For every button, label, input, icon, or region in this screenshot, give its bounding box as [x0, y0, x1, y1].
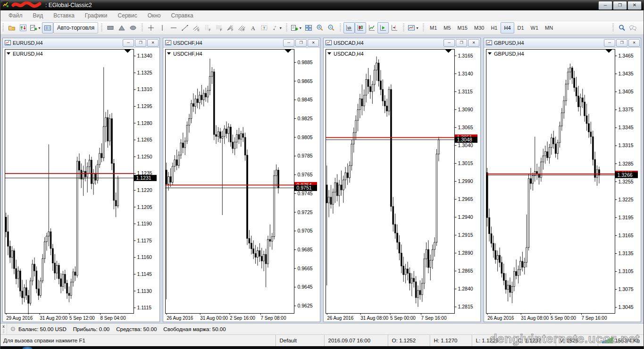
timeframe-button-mn[interactable]: MN: [542, 22, 556, 33]
new-order-icon[interactable]: ▼: [290, 22, 303, 33]
candlestick-chart-icon[interactable]: [355, 22, 366, 33]
auto-scroll-icon[interactable]: [377, 22, 389, 33]
community-icon[interactable]: [627, 22, 639, 33]
svg-text:0.9751: 0.9751: [297, 185, 312, 191]
close-button[interactable]: ✕: [627, 1, 642, 10]
price-scale-tick: 0.9625: [298, 303, 313, 308]
price-scale-tick: 1.1115: [137, 305, 152, 310]
timeframe-button-h1[interactable]: H1: [487, 22, 501, 33]
toolbar-group-search: [611, 21, 644, 34]
title-bar[interactable]: : EGlobal-Classic2 ─ ❐ ✕: [0, 0, 644, 10]
ellipse-icon[interactable]: [127, 22, 139, 33]
line-chart-icon[interactable]: [366, 22, 377, 33]
menu-item-вид[interactable]: Вид: [28, 10, 49, 21]
chart-close-button[interactable]: ✕: [308, 39, 319, 47]
mdi-area: EURUSD,H4─❐✕1.13401.13251.13101.12951.12…: [0, 35, 644, 323]
terminal-drag-handle[interactable]: [3, 330, 4, 333]
terminal-grip[interactable]: x: [0, 324, 7, 334]
arrow-objects-icon[interactable]: ▼: [270, 22, 283, 33]
price-chart[interactable]: 1.31651.31401.31151.30901.30651.30401.30…: [324, 48, 480, 322]
status-profile[interactable]: Default: [276, 335, 324, 346]
price-chart[interactable]: 1.34651.34351.34051.33751.33451.33151.32…: [484, 48, 641, 322]
crosshair-icon[interactable]: [145, 22, 157, 33]
traffic-label: 1563/4 Kb: [615, 338, 640, 343]
menu-item-сервис[interactable]: Сервис: [113, 10, 142, 21]
chart-minimize-button[interactable]: ─: [283, 39, 294, 47]
chart-restore-button[interactable]: ❐: [616, 39, 627, 47]
timeframe-button-m1[interactable]: M1: [427, 22, 440, 33]
timeframe-button-m15[interactable]: M15: [454, 22, 471, 33]
status-ohlcv: O: 1.1252H: 1.1270L: 1.1229C: 1.1237V: 1…: [388, 335, 598, 346]
terminal-toggle-icon[interactable]: [42, 22, 53, 33]
fibo-grid-icon[interactable]: F: [213, 22, 225, 33]
price-scale-tick: 1.3075: [619, 286, 634, 292]
svg-text:1.3266: 1.3266: [618, 172, 633, 178]
time-axis-label: 7 Sep 16:00: [421, 316, 447, 321]
trendline-icon[interactable]: [179, 22, 191, 33]
chart-window-icon: [486, 40, 492, 46]
horizontal-line-icon[interactable]: [168, 22, 179, 33]
timeframe-button-w1[interactable]: W1: [527, 22, 542, 33]
text-icon[interactable]: A: [247, 22, 259, 33]
tile-windows-icon[interactable]: [303, 22, 314, 33]
triangle-icon[interactable]: [116, 22, 127, 33]
timeframe-button-m30[interactable]: M30: [471, 22, 487, 33]
symbols-icon[interactable]: [17, 22, 29, 33]
time-axis-label: 7 Sep 16:00: [582, 316, 607, 321]
chart-restore-button[interactable]: ❐: [456, 39, 467, 47]
price-scale-tick: 0.9725: [298, 209, 313, 215]
chart-shift-icon[interactable]: [389, 22, 400, 33]
price-scale-tick: 1.3255: [619, 179, 634, 184]
menu-item-графики[interactable]: Графики: [80, 10, 113, 21]
menu-item-файл[interactable]: Файл: [3, 10, 28, 21]
menu-item-справка[interactable]: Справка: [166, 10, 199, 21]
equidistant-channel-icon[interactable]: E: [191, 22, 202, 33]
price-chart[interactable]: 1.13401.13251.13101.12951.12801.12651.12…: [3, 48, 159, 322]
chart-restore-button[interactable]: ❐: [295, 39, 307, 47]
chart-minimize-button[interactable]: ─: [443, 39, 455, 47]
price-chart[interactable]: 0.98850.98650.98450.98250.98050.97850.97…: [163, 48, 320, 322]
restore-button[interactable]: ❐: [613, 1, 627, 10]
terminal-close-icon[interactable]: x: [2, 324, 5, 329]
timeframe-button-m5[interactable]: M5: [440, 22, 454, 33]
fibo-lines-icon[interactable]: F: [202, 22, 213, 33]
status-volume: V: 1526: [556, 335, 598, 346]
svg-text:F: F: [209, 28, 211, 32]
chart-close-button[interactable]: ✕: [628, 39, 640, 47]
chart-window-titlebar[interactable]: GBPUSD,H4─❐✕: [484, 38, 641, 48]
vertical-line-icon[interactable]: [157, 22, 168, 33]
symbol-label: GBPUSD,H4: [494, 51, 524, 57]
chart-window-usdchf: USDCHF,H4─❐✕0.98850.98650.98450.98250.98…: [163, 38, 320, 322]
chart-window-titlebar[interactable]: USDCAD,H4─❐✕: [324, 38, 480, 48]
timeframe-button-d1[interactable]: D1: [514, 22, 527, 33]
menu-bar: ФайлВидВставкаГрафикиСервисОкноСправка: [0, 10, 644, 21]
time-axis-label: 5 Sep 00:00: [390, 316, 416, 321]
chart-minimize-button[interactable]: ─: [123, 39, 134, 47]
minimize-button[interactable]: ─: [598, 1, 612, 10]
menu-item-окно[interactable]: Окно: [142, 10, 166, 21]
price-scale-tick: 1.1145: [137, 271, 152, 277]
menu-item-вставка[interactable]: Вставка: [48, 10, 80, 21]
fibo-channel-icon[interactable]: F: [236, 22, 247, 33]
rectangle-icon[interactable]: [105, 22, 116, 33]
search-icon[interactable]: [616, 22, 627, 33]
chart-window-gbpusd: GBPUSD,H4─❐✕1.34651.34351.34051.33751.33…: [484, 38, 641, 322]
toolbar-group-objects: EFFFFAT▼: [140, 21, 284, 34]
bars-chart-icon[interactable]: [343, 22, 355, 33]
chart-window-titlebar[interactable]: EURUSD,H4─❐✕: [3, 38, 159, 48]
chart-restore-button[interactable]: ❐: [135, 39, 146, 47]
timeframe-button-h4[interactable]: H4: [501, 22, 514, 33]
text-label-icon[interactable]: T: [259, 22, 270, 33]
chart-window-titlebar[interactable]: USDCHF,H4─❐✕: [163, 38, 320, 48]
new-chart-icon[interactable]: ▼: [29, 22, 42, 33]
price-scale-tick: 1.3090: [458, 107, 473, 112]
chart-close-button[interactable]: ✕: [468, 39, 479, 47]
zoom-out-icon[interactable]: [326, 22, 337, 33]
autotrade-button[interactable]: Авто-торговля: [53, 22, 98, 33]
profiles-icon[interactable]: [6, 22, 17, 33]
zoom-in-icon[interactable]: [314, 22, 326, 33]
indicators-icon[interactable]: ▼: [407, 22, 420, 33]
fibo-fan-icon[interactable]: F: [225, 22, 236, 33]
chart-minimize-button[interactable]: ─: [604, 39, 615, 47]
chart-close-button[interactable]: ✕: [147, 39, 159, 47]
